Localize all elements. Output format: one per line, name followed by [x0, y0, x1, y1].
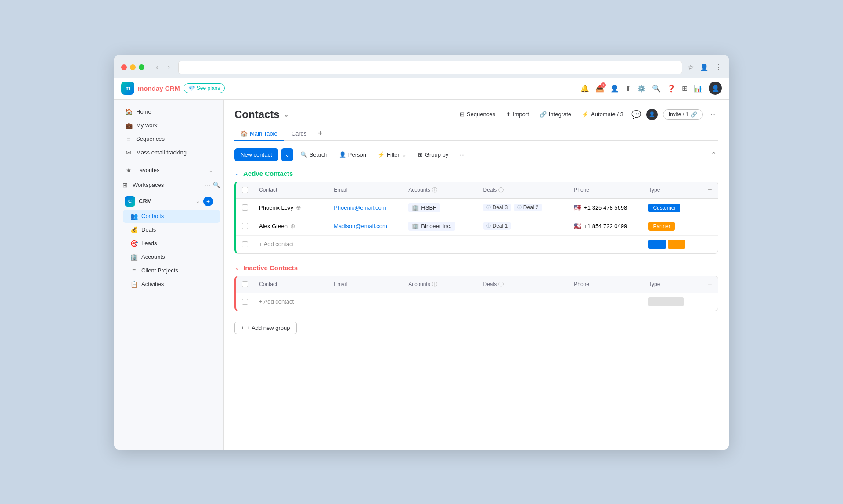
workspaces-label[interactable]: ⊞ Workspaces	[121, 182, 164, 189]
row1-account-badge[interactable]: 🏢 HSBF	[408, 203, 440, 212]
add-inactive-contact-label: + Add contact	[259, 298, 294, 305]
sidebar-item-favorites[interactable]: ★ Favorites ⌄	[118, 164, 220, 177]
tab-cards[interactable]: Cards	[285, 127, 313, 141]
more-options-button[interactable]: ···	[708, 109, 718, 119]
logo-monday: monday	[138, 85, 163, 92]
back-button[interactable]: ‹	[153, 63, 161, 72]
main-content: 🏠 Home 💼 My work ≡ Sequences ✉ Mass emai…	[114, 100, 729, 450]
sidebar-item-mywork[interactable]: 💼 My work	[118, 119, 220, 132]
integrate-button[interactable]: 🔗 Integrate	[537, 109, 574, 119]
deals-info-icon[interactable]: ⓘ	[498, 186, 504, 194]
add-new-group-button[interactable]: + + Add new group	[234, 322, 297, 334]
toolbar: New contact ⌄ 🔍 Search 👤 Person ⚡ Filter	[234, 148, 718, 161]
upload-icon[interactable]: ⬆	[625, 84, 631, 93]
automate-button[interactable]: ⚡ Automate / 3	[579, 109, 626, 119]
maximize-button[interactable]	[139, 64, 144, 70]
inbox-icon[interactable]: 📥 1	[595, 84, 604, 93]
url-bar[interactable]	[178, 61, 682, 74]
tab-main-table[interactable]: 🏠 Main Table	[234, 127, 284, 141]
apps-icon[interactable]: ⊞	[682, 84, 688, 93]
filter-button[interactable]: ⚡ Filter ⌄	[373, 149, 411, 161]
inactive-group-chevron-icon[interactable]: ⌄	[234, 264, 240, 271]
bell-icon[interactable]: 🔔	[580, 84, 589, 93]
sidebar-item-sequences[interactable]: ≡ Sequences	[118, 132, 220, 146]
browser-chrome: ‹ › ☆ 👤 ⋮	[114, 55, 729, 78]
sidebar-item-contacts[interactable]: 👥 Contacts	[123, 210, 220, 223]
sidebar-item-crm[interactable]: C CRM ⌄ +	[118, 193, 220, 209]
user-icon[interactable]: 👤	[700, 63, 709, 71]
person-add-icon[interactable]: 👤	[610, 84, 619, 93]
row2-deal1-badge[interactable]: ⓘ Deal 1	[483, 222, 511, 230]
import-icon: ⬆	[506, 111, 511, 118]
row2-checkbox[interactable]	[242, 223, 248, 229]
see-plans-button[interactable]: 💎 See plans	[184, 83, 225, 93]
add-contact-icon[interactable]: ⊕	[296, 204, 301, 211]
search-icon[interactable]: 🔍	[652, 84, 661, 93]
collapse-toolbar-icon[interactable]: ⌃	[709, 149, 718, 161]
contacts-icon: 👥	[130, 213, 138, 220]
star-icon[interactable]: ☆	[688, 63, 694, 71]
header-user-avatar[interactable]: 👤	[646, 109, 658, 120]
active-contacts-table: Contact Email Accounts ⓘ Deals	[234, 182, 718, 254]
chart-icon[interactable]: 📊	[694, 84, 702, 93]
import-button[interactable]: ⬆ Import	[503, 109, 532, 119]
row2-type-badge[interactable]: Partner	[648, 222, 674, 231]
add-col-header[interactable]: +	[702, 186, 718, 194]
add-active-contact-row[interactable]: + Add contact	[236, 236, 718, 253]
add-contact-icon[interactable]: ⊕	[290, 222, 295, 229]
header-actions: ⊞ Sequences ⬆ Import 🔗 Integrate ⚡	[457, 109, 718, 120]
workspaces-more-icon[interactable]: ···	[205, 182, 210, 189]
row1-deal1-badge[interactable]: ⓘ Deal 3	[483, 204, 511, 211]
row1-check	[236, 204, 254, 211]
sidebar-item-accounts[interactable]: 🏢 Accounts	[123, 250, 220, 264]
more-icon[interactable]: ⋮	[715, 63, 722, 71]
invite-button[interactable]: Invite / 1 🔗	[663, 109, 703, 120]
active-group-chevron-icon[interactable]: ⌄	[234, 170, 240, 177]
sequences-header-button[interactable]: ⊞ Sequences	[457, 109, 498, 119]
inactive-accounts-info-icon[interactable]: ⓘ	[432, 281, 437, 288]
row1-contact-name: Phoenix Levy	[259, 204, 293, 211]
row1-checkbox[interactable]	[242, 204, 248, 211]
row1-deal2-badge[interactable]: ⓘ Deal 2	[514, 204, 542, 211]
sidebar-item-home[interactable]: 🏠 Home	[118, 105, 220, 118]
page-content: Contacts ⌄ ⊞ Sequences ⬆ Import	[224, 100, 729, 450]
close-button[interactable]	[121, 64, 127, 70]
row2-account-badge[interactable]: 🏢 Bindeer Inc.	[408, 222, 455, 231]
row1-type-badge[interactable]: Customer	[648, 204, 680, 212]
accounts-icon: 🏢	[130, 254, 138, 261]
add-inactive-contact-row[interactable]: + Add contact	[236, 293, 718, 311]
new-contact-dropdown[interactable]: ⌄	[281, 148, 293, 161]
group-by-button[interactable]: ⊞ Group by	[414, 149, 453, 161]
sidebar-item-massemail[interactable]: ✉ Mass email tracking	[118, 146, 220, 159]
user-avatar[interactable]: 👤	[709, 82, 722, 95]
row1-email-link[interactable]: Phoenix@email.com	[334, 204, 386, 211]
row2-email-link[interactable]: Madison@email.com	[334, 223, 387, 229]
select-all-checkbox[interactable]	[242, 187, 248, 193]
minimize-button[interactable]	[130, 64, 136, 70]
sidebar-item-deals[interactable]: 💰 Deals	[123, 223, 220, 236]
inactive-deals-info-icon[interactable]: ⓘ	[498, 281, 504, 288]
page-title: Contacts	[234, 108, 280, 121]
forward-button[interactable]: ›	[165, 63, 173, 72]
sidebar-item-clientprojects[interactable]: ≡ Client Projects	[123, 264, 220, 277]
page-title-chevron-icon[interactable]: ⌄	[283, 110, 289, 118]
add-tab-button[interactable]: +	[314, 127, 326, 140]
inactive-contacts-header: ⌄ Inactive Contacts	[234, 264, 718, 272]
comment-icon[interactable]: 💬	[631, 110, 641, 119]
row2-deals: ⓘ Deal 1	[478, 218, 569, 234]
sidebar-item-leads[interactable]: 🎯 Leads	[123, 237, 220, 250]
logo-area: m monday CRM 💎 See plans	[121, 82, 225, 95]
crm-add-button[interactable]: +	[203, 197, 213, 206]
settings-icon[interactable]: ⚙️	[637, 84, 646, 93]
sidebar-item-activities[interactable]: 📋 Activities	[123, 278, 220, 291]
inactive-add-col-header[interactable]: +	[702, 280, 718, 288]
workspaces-search-icon[interactable]: 🔍	[213, 182, 220, 188]
inactive-select-all-checkbox[interactable]	[242, 281, 248, 287]
more-toolbar-button[interactable]: ···	[455, 149, 469, 161]
search-button[interactable]: 🔍 Search	[296, 149, 332, 161]
help-icon[interactable]: ❓	[667, 84, 676, 93]
person-button[interactable]: 👤 Person	[335, 149, 371, 161]
new-contact-button[interactable]: New contact	[234, 148, 278, 161]
accounts-info-icon[interactable]: ⓘ	[432, 186, 437, 194]
add-checkbox	[242, 241, 248, 247]
